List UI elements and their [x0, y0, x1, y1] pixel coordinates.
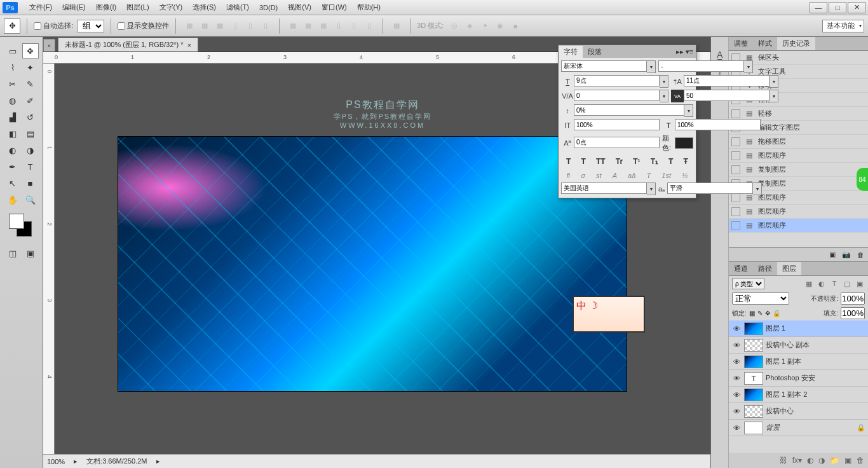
group-icon[interactable]: 📁 — [830, 456, 839, 465]
fg-color[interactable] — [9, 214, 24, 229]
visibility-icon[interactable]: 👁 — [731, 408, 742, 415]
lasso-tool[interactable]: ⌇ — [4, 60, 21, 75]
opentype-button[interactable]: T — [646, 172, 651, 179]
crop-tool[interactable]: ✂ — [4, 76, 21, 92]
auto-select-checkbox[interactable]: 自动选择: — [34, 21, 73, 31]
opacity-input[interactable] — [841, 292, 865, 305]
fx-icon[interactable]: fx▾ — [792, 456, 802, 465]
font-style[interactable] — [658, 60, 744, 72]
camera-icon[interactable]: 📷 — [842, 251, 851, 259]
type-style-button[interactable]: T — [581, 157, 586, 166]
trash-icon[interactable]: 🗑 — [857, 251, 864, 259]
eraser-tool[interactable]: ◧ — [4, 126, 21, 141]
gradient-tool[interactable]: ▤ — [22, 126, 39, 141]
hand-tool[interactable]: ✋ — [4, 192, 21, 207]
blend-mode[interactable]: 正常 — [732, 292, 789, 305]
menu-item[interactable]: 3D(D) — [254, 1, 283, 15]
adjustment-icon[interactable]: ◑ — [818, 456, 825, 465]
lock-paint-icon[interactable]: ✎ — [757, 310, 763, 317]
kerning[interactable] — [574, 90, 660, 101]
opentype-button[interactable]: 1st — [661, 172, 671, 179]
type-style-button[interactable]: TT — [596, 157, 606, 166]
auto-select-target[interactable]: 组 — [77, 20, 104, 32]
language[interactable] — [561, 182, 647, 194]
quickmask-tool[interactable]: ◫ — [4, 245, 21, 261]
document-tab[interactable]: 未标题-1 @ 100% (图层 1, RGB/32*) *× — [58, 38, 198, 52]
menu-item[interactable]: 文字(Y) — [154, 1, 188, 15]
color-swatches[interactable] — [9, 214, 34, 239]
antialias[interactable] — [667, 182, 753, 194]
visibility-icon[interactable]: 👁 — [731, 391, 742, 399]
opentype-button[interactable]: σ — [581, 172, 585, 179]
tab-collapse-icon[interactable]: « — [43, 39, 55, 52]
type-style-button[interactable]: T — [668, 157, 673, 166]
minimize-button[interactable]: — — [810, 2, 827, 13]
layer-item[interactable]: 👁投稿中心 副本 — [729, 337, 868, 354]
dodge-tool[interactable]: ◑ — [22, 142, 39, 158]
color-swatch[interactable] — [675, 137, 693, 149]
menu-item[interactable]: 滤镜(T) — [221, 1, 254, 15]
lock-trans-icon[interactable]: ▦ — [749, 310, 755, 317]
menu-item[interactable]: 编辑(E) — [57, 1, 91, 15]
tab-character[interactable]: 字符 — [559, 46, 583, 58]
visibility-icon[interactable]: 👁 — [731, 325, 742, 333]
layer-item[interactable]: 👁TPhotoshop 安安 — [729, 370, 868, 387]
side-badge[interactable]: 84 — [857, 168, 868, 191]
canvas-image[interactable] — [118, 137, 627, 391]
type-tool[interactable]: T — [22, 159, 39, 174]
menu-item[interactable]: 帮助(H) — [352, 1, 386, 15]
visibility-icon[interactable]: 👁 — [731, 341, 742, 349]
marquee-tool[interactable]: ▭ — [4, 43, 21, 59]
filter-shape-icon[interactable]: ▢ — [842, 279, 852, 289]
filter-smart-icon[interactable]: ▣ — [855, 279, 865, 289]
close-button[interactable]: ✕ — [848, 2, 865, 13]
layer-filter-type[interactable]: ρ 类型 — [732, 278, 764, 289]
tab-history[interactable]: 历史记录 — [777, 37, 815, 50]
brush-tool[interactable]: ✐ — [22, 93, 39, 108]
type-style-button[interactable]: T¹ — [633, 157, 640, 166]
width[interactable] — [675, 119, 761, 130]
font-size[interactable] — [574, 75, 660, 86]
opentype-button[interactable]: A — [613, 172, 617, 179]
menu-item[interactable]: 图像(I) — [91, 1, 121, 15]
move-tool[interactable]: ✥ — [22, 43, 39, 59]
opentype-button[interactable]: aā — [628, 172, 635, 179]
type-style-button[interactable]: Tr — [616, 157, 623, 166]
mask-icon[interactable]: ◐ — [807, 456, 813, 465]
path-tool[interactable]: ↖ — [4, 176, 21, 191]
lock-all-icon[interactable]: 🔒 — [773, 310, 780, 317]
font-family[interactable] — [561, 60, 647, 72]
menu-item[interactable]: 视图(V) — [283, 1, 316, 15]
tab-paragraph[interactable]: 段落 — [583, 46, 607, 58]
tracking[interactable] — [684, 90, 770, 101]
new-layer-icon[interactable]: ▣ — [844, 456, 851, 465]
type-style-button[interactable]: T — [566, 157, 571, 166]
layer-item[interactable]: 👁图层 1 副本 — [729, 354, 868, 370]
close-tab-icon[interactable]: × — [187, 41, 191, 49]
history-item[interactable]: ▤复制图层 — [729, 163, 868, 177]
workspace-selector[interactable]: 基本功能 — [822, 20, 864, 32]
history-item[interactable]: ▤图层顺序 — [729, 149, 868, 163]
wand-tool[interactable]: ✦ — [22, 60, 39, 75]
layer-item[interactable]: 👁图层 1 副本 2 — [729, 387, 868, 403]
tab-adjustments[interactable]: 调整 — [729, 37, 753, 50]
heal-tool[interactable]: ◍ — [4, 93, 21, 108]
tab-paths[interactable]: 路径 — [753, 262, 777, 275]
layer-item[interactable]: 👁图层 1 — [729, 320, 868, 337]
shape-tool[interactable]: ■ — [22, 176, 39, 191]
blur-tool[interactable]: ◐ — [4, 142, 21, 158]
maximize-button[interactable]: □ — [829, 2, 846, 13]
history-item[interactable]: ▤图层顺序 — [729, 205, 868, 219]
trash-icon[interactable]: 🗑 — [857, 456, 864, 465]
visibility-icon[interactable]: 👁 — [731, 358, 742, 366]
panel-menu-icon[interactable]: ▸▸ ▾≡ — [674, 48, 696, 56]
tab-styles[interactable]: 样式 — [753, 37, 777, 50]
type-style-button[interactable]: T₁ — [651, 157, 658, 166]
link-icon[interactable]: ⛓ — [780, 456, 787, 465]
opentype-button[interactable]: st — [596, 172, 602, 179]
opentype-button[interactable]: ½ — [682, 172, 688, 179]
fill-input[interactable] — [841, 307, 865, 319]
tab-channels[interactable]: 通道 — [729, 262, 753, 275]
menu-item[interactable]: 选择(S) — [187, 1, 221, 15]
zoom-tool[interactable]: 🔍 — [22, 192, 39, 207]
